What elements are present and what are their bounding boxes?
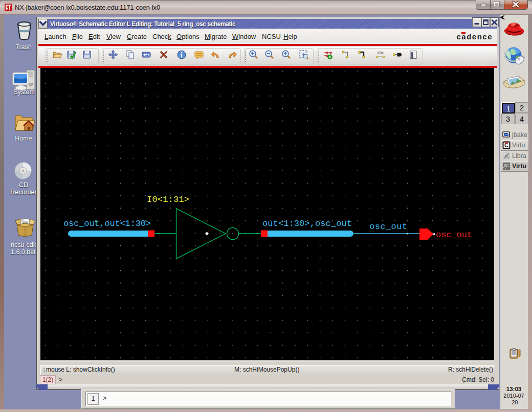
svg-text:abc: abc [377, 50, 384, 55]
svg-text:osc_out: osc_out [436, 230, 472, 240]
svg-text:osc_out: osc_out [369, 222, 407, 232]
svg-text:osc_out,out<1:30>: osc_out,out<1:30> [63, 219, 151, 228]
svg-text:I0<1:31>: I0<1:31> [147, 195, 189, 204]
svg-text:out<1:30>,osc_out: out<1:30>,osc_out [262, 219, 352, 228]
